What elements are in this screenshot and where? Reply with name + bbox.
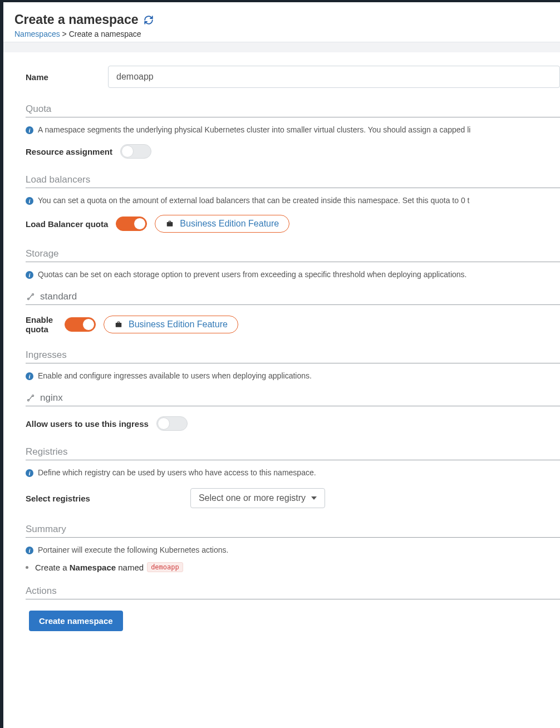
allow-ingress-toggle[interactable] (156, 416, 188, 431)
info-icon: i (26, 126, 33, 134)
lb-info: You can set a quota on the amount of ext… (38, 196, 469, 205)
info-icon: i (26, 271, 33, 279)
name-input[interactable] (108, 66, 560, 88)
breadcrumb: Namespaces > Create a namespace (14, 29, 549, 38)
lb-quota-toggle[interactable] (116, 217, 147, 231)
breadcrumb-parent-link[interactable]: Namespaces (14, 29, 60, 38)
allow-ingress-label: Allow users to use this ingress (26, 419, 149, 429)
route-icon (26, 293, 36, 301)
be-feature-badge[interactable]: Business Edition Feature (104, 316, 238, 333)
resource-assignment-label: Resource assignment (26, 147, 112, 156)
page-title: Create a namespace (14, 12, 549, 27)
section-ingresses-title: Ingresses (26, 350, 560, 363)
be-feature-badge[interactable]: Business Edition Feature (155, 215, 289, 233)
summary-action-text: Create a Namespace named (35, 563, 144, 572)
storage-info: Quotas can be set on each storage option… (38, 270, 466, 279)
bullet-icon (26, 566, 28, 569)
ingress-option-title: nginx (26, 392, 560, 406)
select-registries-label: Select registries (26, 494, 90, 503)
briefcase-icon (165, 220, 174, 228)
ingresses-info: Enable and configure ingresses available… (38, 371, 312, 380)
section-actions-title: Actions (26, 586, 560, 599)
enable-quota-label: Enable quota (26, 315, 57, 334)
quota-info: A namespace segments the underlying phys… (38, 125, 470, 134)
name-label: Name (26, 72, 52, 82)
summary-code-name: demoapp (147, 562, 183, 572)
info-icon: i (26, 197, 33, 205)
lb-quota-label: Load Balancer quota (26, 219, 108, 229)
info-icon: i (26, 547, 33, 554)
create-namespace-button[interactable]: Create namespace (29, 611, 123, 631)
info-icon: i (26, 469, 33, 477)
registries-info: Define which registry can be used by use… (38, 468, 316, 477)
summary-info: Portainer will execute the following Kub… (38, 545, 228, 554)
section-registries-title: Registries (26, 446, 560, 460)
section-storage-title: Storage (26, 248, 560, 262)
breadcrumb-current: Create a namespace (69, 29, 141, 38)
info-icon: i (26, 372, 33, 380)
section-lb-title: Load balancers (26, 174, 560, 188)
route-icon (26, 394, 36, 402)
briefcase-icon (114, 321, 123, 328)
registries-select[interactable]: Select one or more registry (190, 488, 325, 508)
storage-option-title: standard (26, 291, 560, 305)
section-quota-title: Quota (26, 104, 560, 117)
enable-quota-toggle[interactable] (65, 317, 96, 332)
chevron-down-icon (311, 496, 317, 500)
refresh-icon[interactable] (144, 15, 154, 25)
resource-assignment-toggle[interactable] (120, 144, 151, 159)
section-summary-title: Summary (26, 524, 560, 538)
